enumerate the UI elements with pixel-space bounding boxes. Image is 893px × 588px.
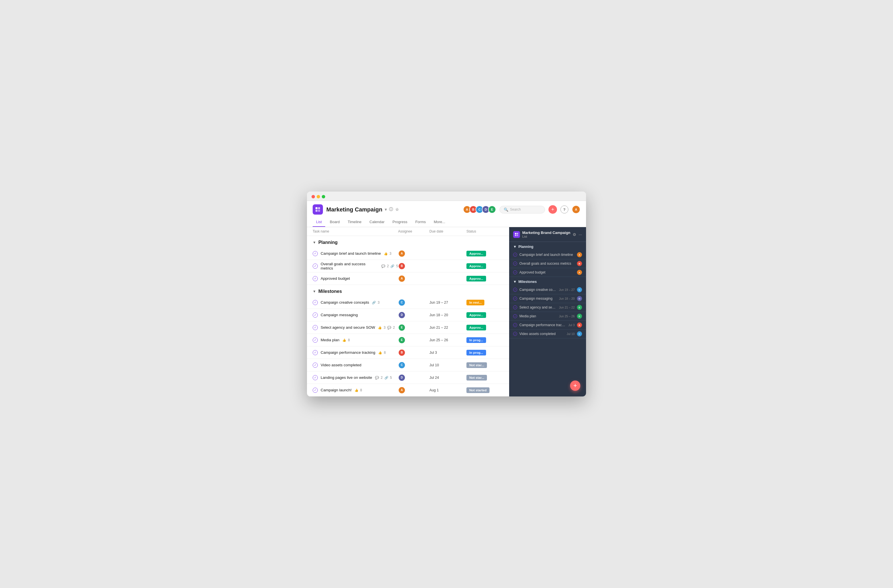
- tab-board[interactable]: Board: [326, 218, 343, 227]
- side-task-name: Approved budget: [519, 270, 575, 274]
- table-row: ✓ Landing pages live on website 2 5 D Ju…: [307, 371, 509, 384]
- side-milestones-label: Milestones: [518, 280, 537, 284]
- task-meta: 8: [378, 351, 386, 355]
- list-item[interactable]: ✓ Approved budget A: [509, 268, 586, 277]
- table-row: ✓ Campaign launch! 8 A Aug 1 Not started: [307, 384, 509, 396]
- list-item[interactable]: ✓ Video assets completed Jul 10 C: [509, 330, 586, 338]
- side-milestones-collapse-icon[interactable]: ▼: [513, 280, 517, 284]
- check-icon[interactable]: ✓: [313, 350, 318, 355]
- assignee-avatar: D: [398, 374, 406, 381]
- table-row: ✓ Campaign messaging D Jun 18 – 20 Appro…: [307, 309, 509, 321]
- planning-label: Planning: [318, 240, 338, 245]
- side-panel-controls: ⚙ ···: [573, 232, 582, 237]
- column-headers: Task name Assignee Due date Status: [307, 227, 509, 236]
- side-check-icon: ✓: [513, 297, 517, 300]
- check-icon[interactable]: ✓: [313, 264, 318, 268]
- project-title-icons: ▾ ⓘ ☆: [385, 207, 399, 212]
- list-item[interactable]: ✓ Campaign brief and launch timeline A: [509, 250, 586, 259]
- side-check-icon: ✓: [513, 332, 517, 336]
- task-name: ✓ Media plan 8: [313, 338, 398, 343]
- add-button[interactable]: +: [549, 205, 557, 214]
- thumbs-icon: [378, 351, 382, 355]
- task-meta: 8: [355, 388, 362, 392]
- list-item[interactable]: ✓ Campaign creative conc... Jun 19 – 27 …: [509, 285, 586, 294]
- fab-add-button[interactable]: +: [570, 381, 580, 391]
- side-avatar: A: [577, 270, 582, 275]
- tab-list[interactable]: List: [313, 218, 325, 227]
- side-task-date: Jun 19 – 27: [559, 288, 575, 291]
- link-icon: [385, 376, 388, 380]
- help-button[interactable]: ?: [561, 206, 568, 213]
- check-icon[interactable]: ✓: [313, 388, 318, 393]
- minimize-button[interactable]: [317, 195, 320, 198]
- svg-rect-5: [517, 233, 518, 234]
- table-row: ✓ Campaign performance tracking 8 B Jul …: [307, 346, 509, 359]
- status-badge: Not star...: [466, 362, 504, 368]
- check-icon[interactable]: ✓: [313, 312, 318, 318]
- status-badge: In revi...: [466, 300, 504, 305]
- thumbs-icon: [384, 252, 388, 256]
- list-item[interactable]: ✓ Overall goals and success metrics B: [509, 259, 586, 268]
- milestones-label: Milestones: [318, 289, 342, 294]
- task-due: Jun 25 – 26: [429, 338, 466, 342]
- task-meta: 3: [372, 300, 380, 304]
- status-badge: Not started: [466, 387, 504, 393]
- more-options-icon[interactable]: ···: [579, 232, 582, 237]
- assignee-avatar: C: [398, 362, 406, 369]
- side-avatar: A: [577, 252, 582, 257]
- status-badge: Approv...: [466, 276, 504, 282]
- side-planning-collapse-icon[interactable]: ▼: [513, 245, 517, 249]
- side-task-date: Jun 18 – 20: [559, 297, 575, 300]
- tab-calendar[interactable]: Calendar: [366, 218, 388, 227]
- info-icon[interactable]: ⓘ: [389, 207, 393, 212]
- dropdown-icon[interactable]: ▾: [385, 207, 387, 212]
- assignee-avatar: C: [398, 299, 406, 306]
- check-icon[interactable]: ✓: [313, 375, 318, 380]
- check-icon[interactable]: ✓: [313, 276, 318, 281]
- task-name: ✓ Campaign creative concepts 3: [313, 300, 398, 305]
- tab-more[interactable]: More...: [430, 218, 448, 227]
- search-icon: 🔍: [504, 207, 508, 212]
- list-item[interactable]: ✓ Select agency and secu... Jun 21 – 22 …: [509, 303, 586, 312]
- tab-progress[interactable]: Progress: [389, 218, 410, 227]
- star-icon[interactable]: ☆: [395, 207, 399, 212]
- side-avatar: B: [577, 261, 582, 266]
- task-due: Jun 21 – 22: [429, 326, 466, 330]
- side-avatar: E: [577, 305, 582, 310]
- tab-timeline[interactable]: Timeline: [344, 218, 365, 227]
- col-task-name: Task name: [313, 230, 398, 233]
- side-task-date: Jun 21 – 22: [559, 306, 575, 309]
- side-planning-label: Planning: [518, 245, 533, 249]
- task-assignee: A: [398, 250, 429, 257]
- milestones-collapse-icon[interactable]: ▼: [313, 290, 316, 293]
- side-check-icon: ✓: [513, 323, 517, 327]
- check-icon[interactable]: ✓: [313, 363, 318, 368]
- planning-collapse-icon[interactable]: ▼: [313, 240, 316, 244]
- tab-forms[interactable]: Forms: [412, 218, 429, 227]
- task-name: ✓ Select agency and secure SOW 3 2: [313, 325, 398, 330]
- task-due: Jul 24: [429, 376, 466, 380]
- svg-rect-6: [515, 234, 516, 236]
- task-name: ✓ Landing pages live on website 2 5: [313, 375, 398, 380]
- check-icon[interactable]: ✓: [313, 338, 318, 343]
- app-header: Marketing Campaign ▾ ⓘ ☆ A B C D E: [307, 201, 586, 227]
- filter-icon[interactable]: ⚙: [573, 232, 576, 237]
- status-badge: In prog...: [466, 350, 504, 356]
- search-bar[interactable]: 🔍 Search: [499, 206, 545, 213]
- list-item[interactable]: ✓ Campaign messaging Jun 18 – 20 D: [509, 294, 586, 303]
- title-bar: [307, 192, 586, 201]
- side-panel-title-block: Marketing Brand Campaign List: [522, 231, 570, 238]
- section-milestones: ▼ Milestones: [307, 285, 509, 296]
- user-avatar[interactable]: A: [572, 205, 580, 214]
- list-item[interactable]: ✓ Media plan Jun 25 – 26 E: [509, 312, 586, 321]
- check-icon[interactable]: ✓: [313, 251, 318, 256]
- check-icon[interactable]: ✓: [313, 300, 318, 305]
- close-button[interactable]: [311, 195, 315, 198]
- side-task-name: Campaign brief and launch timeline: [519, 253, 575, 257]
- svg-rect-1: [318, 207, 320, 209]
- task-name: ✓ Campaign launch! 8: [313, 388, 398, 393]
- side-check-icon: ✓: [513, 305, 517, 309]
- list-item[interactable]: ✓ Campaign performance track... Jul 3 B: [509, 321, 586, 330]
- check-icon[interactable]: ✓: [313, 325, 318, 330]
- maximize-button[interactable]: [322, 195, 325, 198]
